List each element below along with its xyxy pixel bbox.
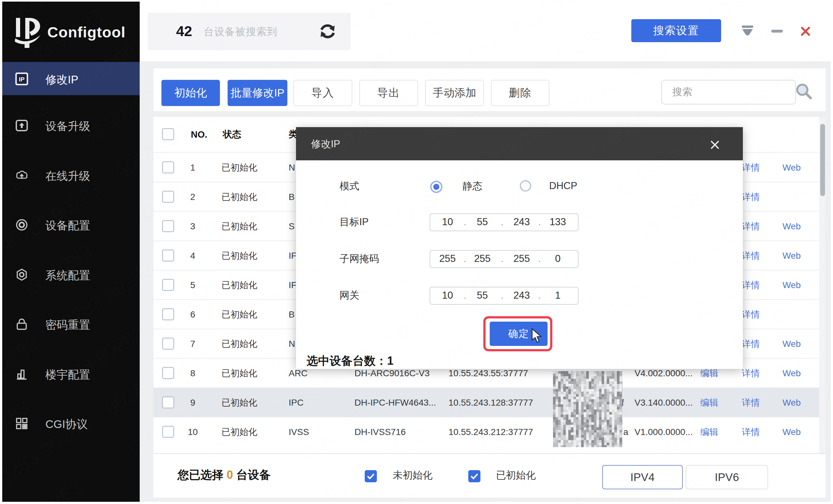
svg-text:IP: IP [19,76,25,83]
